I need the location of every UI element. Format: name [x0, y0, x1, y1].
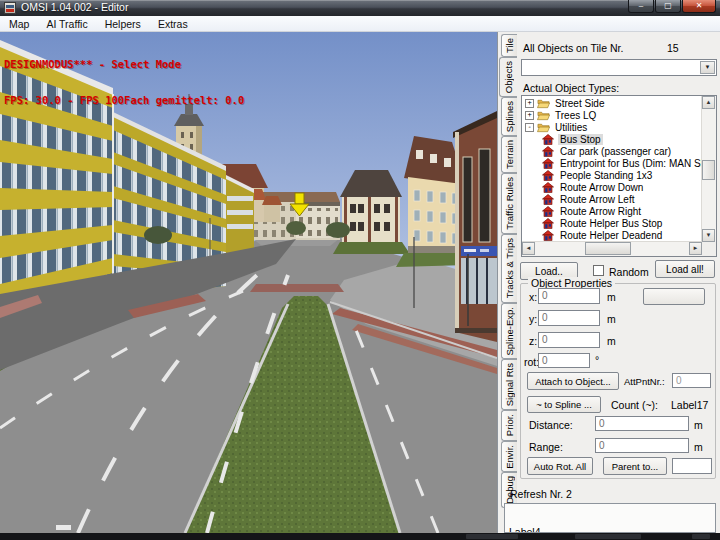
house-icon [542, 194, 555, 205]
close-button[interactable]: ✕ [682, 0, 716, 13]
x-unit: m [607, 291, 616, 303]
folder-icon [537, 110, 550, 121]
taskbar[interactable] [0, 533, 720, 540]
distance-label: Distance: [529, 419, 573, 431]
tree-item-street-side[interactable]: + Street Side [523, 97, 702, 109]
tab-prior[interactable]: Prior. [501, 410, 517, 440]
expand-plus-icon[interactable]: + [525, 111, 534, 120]
tree-item-utilities[interactable]: - Utilities [523, 121, 702, 133]
tree-item-route-arrow-down[interactable]: Route Arrow Down [523, 181, 702, 193]
range-unit: m [694, 441, 703, 453]
menu-ai-traffic[interactable]: AI Traffic [46, 18, 87, 30]
yellow-building-far [226, 175, 254, 256]
tree-vertical-scrollbar[interactable]: ▲ ▼ [701, 96, 716, 242]
brick-shop-building [453, 111, 497, 342]
omsi-editor-window: OMSI 1.04.002 - Editor – ▢ ✕ Map AI Traf… [0, 0, 720, 540]
window-title: OMSI 1.04.002 - Editor [21, 1, 128, 13]
tab-signal-rts[interactable]: Signal Rts [501, 359, 517, 410]
object-types-tree[interactable]: + Street Side + Trees LQ - Utilities [521, 95, 717, 257]
distance-field[interactable]: 0 [595, 416, 689, 431]
objects-tab-content: All Objects on Tile Nr. 15 ▼ Actual Obje… [517, 32, 720, 533]
house-icon [542, 182, 555, 193]
window-controls: – ▢ ✕ [627, 0, 716, 13]
tree-item-label: Trees LQ [553, 110, 598, 121]
tab-terrain[interactable]: Terrain [501, 136, 517, 173]
scrollbar-thumb[interactable] [702, 160, 715, 180]
object-properties-group: Object Properties x: 0 m y: 0 m z: 0 m r… [520, 283, 716, 479]
tab-splines[interactable]: Splines [501, 97, 517, 136]
tab-objects[interactable]: Objects [499, 57, 517, 97]
taskbar-item[interactable] [466, 534, 518, 539]
taskbar-item[interactable] [575, 534, 641, 539]
tile-nr-value: 15 [667, 42, 679, 54]
house-icon [542, 230, 555, 241]
refresh-status-label: Refresh Nr. 2 [510, 488, 572, 500]
maximize-button[interactable]: ▢ [655, 0, 681, 13]
blank-button[interactable] [643, 288, 705, 305]
tree-item-label: Route Arrow Down [558, 182, 645, 193]
title-bar[interactable]: OMSI 1.04.002 - Editor – ▢ ✕ [0, 0, 720, 16]
rot-unit: ° [595, 354, 599, 366]
tree-horizontal-scrollbar[interactable]: ◄ ► [522, 241, 702, 256]
auto-rot-all-button[interactable]: Auto Rot. All [527, 457, 593, 475]
scroll-down-icon[interactable]: ▼ [702, 229, 715, 242]
menu-map[interactable]: Map [9, 18, 29, 30]
tree-item-people-standing[interactable]: People Standing 1x3 [523, 169, 702, 181]
rot-field[interactable]: 0 [538, 353, 590, 368]
tree-item-trees-lq[interactable]: + Trees LQ [523, 109, 702, 121]
y-field[interactable]: 0 [538, 310, 600, 326]
tree-item-car-park[interactable]: Car park (passenger car) [523, 145, 702, 157]
tree-item-label: Utilities [553, 122, 589, 133]
scroll-up-icon[interactable]: ▲ [702, 96, 715, 109]
viewport-3d[interactable]: DESIGNMODUS*** - Select Mode FPS: 30.0 -… [0, 32, 497, 533]
house-icon [542, 170, 555, 181]
object-types-label: Actual Object Types: [523, 82, 619, 94]
tree-item-route-helper-deadend[interactable]: Route Helper Deadend [523, 229, 702, 241]
red-crossing [250, 284, 344, 292]
tree [326, 222, 350, 238]
to-spline-button[interactable]: ~ to Spline ... [527, 396, 601, 413]
tab-tile[interactable]: Tile [501, 34, 517, 57]
parent-field[interactable] [672, 458, 712, 474]
chevron-down-icon[interactable]: ▼ [700, 61, 715, 74]
tree-item-label: Route Arrow Left [558, 194, 636, 205]
taskbar-item[interactable] [692, 534, 710, 539]
road-mark [56, 525, 71, 530]
menu-helpers[interactable]: Helpers [105, 18, 141, 30]
side-tab-strip: Tile Objects Splines Terrain Traffic Rul… [498, 32, 517, 533]
scroll-left-icon[interactable]: ◄ [522, 242, 535, 255]
tree-item-label: Route Arrow Right [558, 206, 643, 217]
scroll-right-icon[interactable]: ► [689, 242, 702, 255]
tree-item-label: People Standing 1x3 [558, 170, 654, 181]
attach-to-object-button[interactable]: Attach to Object... [527, 372, 619, 390]
random-checkbox[interactable] [593, 265, 604, 276]
z-field[interactable]: 0 [538, 332, 600, 348]
tab-traffic-rules[interactable]: Traffic Rules [501, 173, 517, 234]
tree-item-label: Route Helper Deadend [558, 230, 664, 241]
x-field[interactable]: 0 [538, 288, 600, 304]
rot-label: rot: [524, 356, 539, 368]
tree-item-route-arrow-left[interactable]: Route Arrow Left [523, 193, 702, 205]
tab-envir[interactable]: Envir. [501, 441, 517, 473]
tab-spline-exp[interactable]: Spline-Exp. [501, 303, 517, 360]
scrollbar-thumb[interactable] [585, 242, 631, 255]
load-all-button[interactable]: Load all! [655, 260, 715, 278]
collapse-minus-icon[interactable]: - [525, 123, 534, 132]
tree-item-label: Entrypoint for Bus (Dim: MAN SL200 [558, 158, 702, 169]
tab-tracks-trips[interactable]: Tracks & Trips [501, 234, 517, 302]
y-label: y: [529, 313, 537, 325]
menu-extras[interactable]: Extras [158, 18, 188, 30]
objects-on-tile-combobox[interactable]: ▼ [521, 59, 717, 76]
overlay-line-1: DESIGNMODUS*** - Select Mode [4, 58, 244, 70]
attpntnr-field[interactable]: 0 [672, 373, 711, 388]
parent-to-button[interactable]: Parent to... [603, 457, 667, 475]
tree-item-route-arrow-right[interactable]: Route Arrow Right [523, 205, 702, 217]
range-field[interactable]: 0 [595, 438, 689, 453]
tree-item-label: Bus Stop [558, 134, 603, 145]
tree-item-bus-stop[interactable]: Bus Stop [523, 133, 702, 145]
tree-item-route-helper-bus-stop[interactable]: Route Helper Bus Stop [523, 217, 702, 229]
expand-plus-icon[interactable]: + [525, 99, 534, 108]
minimize-button[interactable]: – [628, 0, 654, 13]
attpntnr-label: AttPntNr.: [624, 376, 665, 387]
tree-item-entrypoint[interactable]: Entrypoint for Bus (Dim: MAN SL200 [523, 157, 702, 169]
